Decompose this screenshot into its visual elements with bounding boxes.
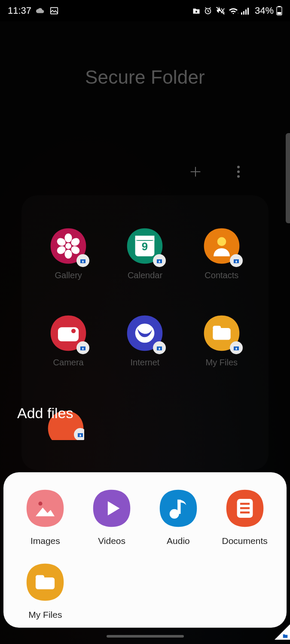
background-app-grid: Gallery 9 Calendar Contacts Camera Inter… [30, 228, 260, 368]
svg-text:+: + [238, 11, 238, 15]
svg-point-5 [65, 243, 71, 249]
battery-percent: 34% [255, 5, 274, 16]
add-button[interactable] [187, 163, 204, 180]
sheet-item-label: Audio [167, 536, 190, 546]
more-options-button[interactable] [230, 163, 247, 180]
svg-rect-19 [159, 348, 160, 350]
status-bar: 11:37 + 34% [0, 0, 290, 21]
svg-point-4 [237, 175, 240, 178]
svg-rect-34 [278, 12, 281, 15]
bg-app-label: My Files [206, 358, 238, 368]
svg-point-2 [237, 166, 240, 168]
svg-point-6 [65, 234, 72, 243]
svg-rect-29 [243, 11, 244, 15]
add-myfiles-option[interactable]: My Files [13, 562, 77, 620]
cloud-icon [36, 6, 45, 15]
svg-rect-33 [278, 6, 281, 7]
lock-icon [74, 428, 84, 440]
bg-app-label: Calendar [128, 270, 162, 280]
lock-icon [230, 254, 243, 267]
svg-rect-22 [235, 348, 237, 350]
alarm-icon [203, 6, 213, 15]
bg-app-calendar[interactable]: 9 Calendar [113, 228, 177, 280]
bg-app-gallery[interactable]: Gallery [36, 228, 101, 280]
scroll-handle[interactable] [286, 133, 290, 223]
svg-point-35 [39, 501, 43, 505]
svg-rect-40 [240, 507, 250, 509]
bg-app-label: Contacts [205, 270, 238, 280]
svg-rect-14 [235, 261, 237, 263]
signal-icon [241, 6, 250, 15]
svg-point-3 [237, 170, 240, 173]
status-time: 11:37 [8, 5, 31, 16]
bg-app-label: Gallery [55, 270, 82, 280]
svg-rect-7 [82, 261, 84, 263]
secure-folder-corner-icon [282, 633, 288, 639]
svg-text:9: 9 [142, 240, 148, 252]
svg-rect-23 [80, 435, 81, 437]
add-images-option[interactable]: Images [13, 489, 77, 546]
add-documents-option[interactable]: Documents [213, 489, 277, 546]
svg-point-16 [71, 329, 76, 333]
bg-app-internet[interactable]: Internet [113, 315, 177, 368]
svg-rect-10 [135, 236, 155, 240]
svg-rect-17 [82, 348, 84, 350]
sheet-item-label: My Files [28, 610, 62, 620]
sheet-item-label: Videos [98, 536, 125, 546]
wifi-icon: + [228, 6, 238, 15]
svg-point-13 [217, 237, 226, 246]
bg-app-contacts[interactable]: Contacts [189, 228, 254, 280]
bg-app-label: Camera [53, 358, 84, 368]
bg-app-camera[interactable]: Camera [36, 315, 101, 368]
svg-rect-41 [240, 511, 250, 513]
svg-point-18 [135, 324, 155, 343]
svg-rect-21 [213, 326, 221, 330]
svg-rect-39 [240, 503, 250, 505]
bg-app-label: Internet [131, 358, 160, 368]
lock-icon [76, 254, 89, 267]
add-files-sheet: Images Videos Audio Documents My Files [3, 472, 287, 628]
svg-rect-30 [245, 9, 247, 15]
sheet-item-label: Documents [222, 536, 268, 546]
bg-app-myfiles[interactable]: My Files [189, 315, 254, 368]
vibrate-icon [215, 6, 226, 15]
lock-icon [76, 341, 89, 354]
svg-rect-25 [195, 11, 197, 12]
lock-icon [153, 254, 166, 267]
lock-icon [153, 341, 166, 354]
sheet-item-label: Images [31, 536, 60, 546]
svg-rect-28 [241, 12, 242, 15]
add-audio-option[interactable]: Audio [146, 489, 211, 546]
secure-folder-icon [192, 6, 201, 15]
sheet-title: Add files [17, 405, 73, 422]
svg-rect-31 [247, 8, 249, 15]
battery-icon [276, 6, 282, 15]
svg-rect-24 [51, 8, 58, 14]
svg-rect-15 [58, 327, 79, 341]
page-title: Secure Folder [0, 67, 290, 88]
add-videos-option[interactable]: Videos [79, 489, 144, 546]
action-row [187, 163, 247, 180]
svg-rect-12 [159, 261, 160, 263]
navigation-bar [0, 629, 290, 644]
gesture-pill[interactable] [107, 635, 184, 638]
svg-rect-43 [36, 575, 44, 580]
lock-icon [230, 341, 243, 354]
image-icon [49, 6, 59, 15]
